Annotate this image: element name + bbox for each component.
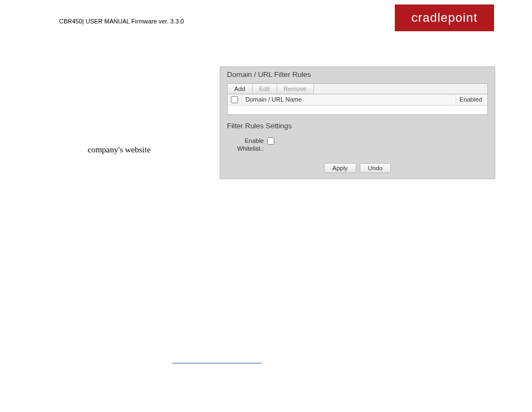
- section-title-domain-filter: Domain / URL Filter Rules: [220, 67, 495, 83]
- add-button[interactable]: Add: [228, 84, 253, 94]
- rules-table: Domain / URL Name Enabled: [227, 94, 488, 115]
- table-toolbar: Add Edit Remove: [227, 83, 488, 94]
- filter-rules-panel: Domain / URL Filter Rules Add Edit Remov…: [220, 66, 495, 179]
- enable-whitelist-label: Enable Whitelist.:: [233, 137, 264, 153]
- settings-body: Enable Whitelist.:: [220, 135, 495, 160]
- edit-button[interactable]: Edit: [253, 84, 277, 94]
- header-text: CBR450| USER MANUAL Firmware ver. 3.3.0: [59, 18, 184, 25]
- enable-whitelist-checkbox[interactable]: [267, 137, 274, 145]
- enable-whitelist-row: Enable Whitelist.:: [233, 137, 482, 153]
- undo-button[interactable]: Undo: [360, 163, 391, 173]
- hyperlink-underline[interactable]: [172, 363, 262, 363]
- body-paragraph: company's website: [88, 145, 151, 155]
- section-title-filter-settings: Filter Rules Settings: [220, 118, 495, 135]
- cradlepoint-logo: cradlepoint: [395, 4, 494, 31]
- table-body-empty: [228, 106, 487, 114]
- rules-table-container: Add Edit Remove Domain / URL Name Enable…: [227, 83, 488, 115]
- table-header-checkbox-cell: [228, 94, 242, 105]
- action-button-row: Apply Undo: [220, 160, 495, 179]
- table-header-name: Domain / URL Name: [242, 94, 456, 105]
- table-header-enabled: Enabled: [456, 94, 487, 105]
- apply-button[interactable]: Apply: [324, 163, 356, 173]
- remove-button[interactable]: Remove: [277, 84, 314, 94]
- select-all-checkbox[interactable]: [231, 96, 238, 103]
- table-header-row: Domain / URL Name Enabled: [228, 94, 487, 106]
